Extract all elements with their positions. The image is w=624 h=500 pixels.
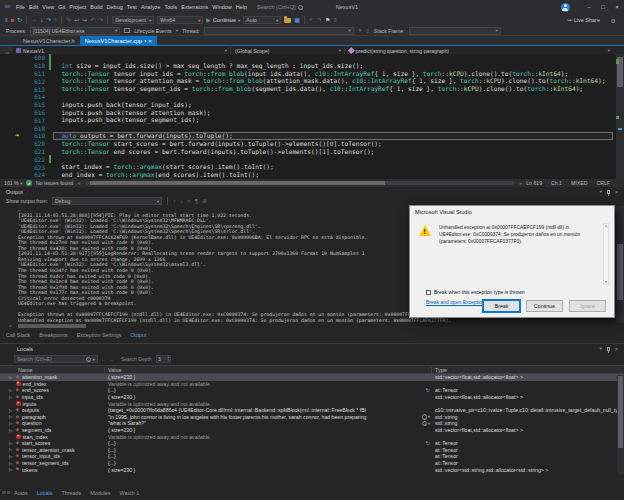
breakpoint-margin[interactable] <box>15 62 23 70</box>
output-title-bar[interactable]: Output ▾ × <box>0 187 624 196</box>
window-layout-icon[interactable]: ▦ <box>294 15 300 25</box>
column-header-type[interactable]: Type <box>432 367 624 373</box>
expand-icon[interactable]: ▷ <box>9 441 14 446</box>
breakpoint-margin[interactable] <box>15 54 23 62</box>
navigate-forward-icon[interactable]: ↪ <box>82 15 87 25</box>
expand-icon[interactable]: ▷ <box>9 447 14 452</box>
table-row[interactable]: ×inputsVariable is optimized away and no… <box>0 400 624 407</box>
expand-icon[interactable]: ▷ <box>9 395 14 400</box>
tab-watch-1[interactable]: Watch 1 <box>120 490 140 496</box>
thread-dropdown[interactable]: ▾ <box>204 27 354 35</box>
menu-test[interactable]: Test <box>125 4 139 10</box>
code-line[interactable]: 623start_index = torch::argmax(start_sco… <box>15 163 616 171</box>
tab-nexusv1character.h[interactable]: NexusV1Character.h <box>18 36 80 45</box>
output-vertical-scrollbar[interactable] <box>616 206 624 323</box>
scroll-right-icon[interactable]: ▸ <box>520 180 523 186</box>
table-row[interactable]: ▷◆segment_ids{ size=230 }std::vector<flo… <box>0 427 624 434</box>
expand-icon[interactable]: ▷ <box>9 414 14 419</box>
table-row[interactable]: ▷◆tokens{ size=230 }std::vector<std::str… <box>0 466 624 473</box>
expand-icon[interactable]: ▷ <box>9 388 14 393</box>
tab-breakpoints[interactable]: Breakpoints <box>39 332 67 338</box>
break-all-icon[interactable]: ‖ <box>5 15 7 25</box>
zoom-level-dropdown[interactable]: 101 % ▾ <box>4 180 22 186</box>
close-tab-icon[interactable]: × <box>149 38 152 44</box>
visualizer-button[interactable]: ▾ <box>422 421 432 426</box>
quick-search[interactable]: Search (Ctrl+Q) <box>257 4 303 10</box>
table-row[interactable]: ▷◆attention_mask{ size=230 }std::vector<… <box>0 374 624 381</box>
solution-config-dropdown[interactable]: Development▾ <box>112 16 154 24</box>
menu-project[interactable]: Project <box>67 4 88 10</box>
live-share-button[interactable]: ↪ Live Share <box>567 14 600 26</box>
column-header-name[interactable]: Name <box>0 367 105 373</box>
filter-threads-icon[interactable]: ▼ <box>358 26 362 36</box>
tab-threads[interactable]: Threads <box>61 490 81 496</box>
search-back-icon[interactable]: ← <box>101 356 106 362</box>
close-icon[interactable]: × <box>615 346 618 352</box>
close-button[interactable]: × <box>610 0 624 14</box>
restart-icon[interactable]: ↻ <box>17 15 22 25</box>
breakpoint-margin[interactable] <box>15 85 23 93</box>
clear-all-icon[interactable]: × <box>187 196 191 206</box>
step-into-icon[interactable]: ↓ <box>40 15 43 25</box>
editor-vertical-scrollbar[interactable] <box>616 54 624 179</box>
undo-icon[interactable]: ↶ <box>90 15 95 25</box>
table-row[interactable]: ▷◆question"what is Sarah?"▾std::string <box>0 420 624 427</box>
breakpoint-margin[interactable] <box>15 171 23 179</box>
breakpoint-margin[interactable] <box>15 77 23 85</box>
breakpoint-margin[interactable]: → <box>15 132 23 140</box>
table-row[interactable]: ▷◆start_scores{...}↻at::Tensor <box>0 440 624 447</box>
redo-icon[interactable]: ↷ <box>98 15 103 25</box>
show-next-statement-icon[interactable]: → <box>31 15 37 25</box>
pin-icon[interactable] <box>607 347 610 351</box>
word-wrap-icon[interactable]: ¶ <box>195 196 198 206</box>
code-line[interactable]: 614 <box>15 93 616 101</box>
lifecycle-events-button[interactable]: Lifecycle Events <box>134 28 171 34</box>
output-horizontal-scrollbar[interactable]: ◂ <box>14 323 608 328</box>
continue-button[interactable]: ▶ Continue ▾ <box>206 17 240 23</box>
breakpoint-margin[interactable] <box>15 148 23 156</box>
locals-search-input[interactable]: Search (Ctrl+E) ▾ <box>14 355 98 363</box>
minimize-button[interactable]: – <box>582 0 596 14</box>
code-line[interactable]: 609 <box>15 54 616 62</box>
table-row[interactable]: ▷◆input_ids{ size=230 }std::vector<float… <box>0 394 624 401</box>
close-icon[interactable]: × <box>615 189 618 195</box>
open-folder-icon[interactable] <box>284 18 291 23</box>
menu-edit[interactable]: Edit <box>27 4 40 10</box>
breakpoint-margin[interactable] <box>15 163 23 171</box>
menu-analyze[interactable]: Analyze <box>139 4 163 10</box>
search-forward-icon[interactable]: → <box>109 356 114 362</box>
tab-locals[interactable]: Locals <box>37 490 53 496</box>
tab-output[interactable]: Output <box>130 332 146 338</box>
expand-icon[interactable]: ▷ <box>9 467 14 472</box>
table-row[interactable]: ▷◆end_scores{...}↻at::Tensor <box>0 387 624 394</box>
code-line[interactable]: 613torch::Tensor tensor_segment_ids = to… <box>15 85 616 93</box>
flag-threads-icon[interactable]: ≡ <box>366 26 370 36</box>
table-row[interactable]: ×start_indexVariable is optimized away a… <box>0 433 624 440</box>
table-row[interactable]: ×end_indexVariable is optimized away and… <box>0 381 624 388</box>
code-line[interactable]: 611torch::Tensor tensor_input_ids = torc… <box>15 70 616 78</box>
stop-debugging-icon[interactable]: ■ <box>10 15 14 25</box>
dialog-scrollbar[interactable]: ▴▾ <box>603 223 609 285</box>
menu-debug[interactable]: Debug <box>105 4 125 10</box>
breakpoint-margin[interactable] <box>15 116 23 124</box>
code-line[interactable]: 618 <box>15 124 616 132</box>
dialog-title[interactable]: Microsoft Visual Studio <box>410 206 614 218</box>
account-avatar[interactable] <box>561 3 570 12</box>
undo-group-icon[interactable]: ↶ <box>309 15 314 25</box>
menu-extensions[interactable]: Extensions <box>179 4 210 10</box>
visualizer-button[interactable]: ▾ <box>422 414 432 419</box>
code-editor[interactable]: 609610int size = input_ids.size() > max_… <box>0 54 616 179</box>
code-line[interactable]: 621torch::Tensor end_scores = bert.forwa… <box>15 148 616 156</box>
search-depth-stepper[interactable]: 3 ▴▾ <box>156 355 171 363</box>
window-position-icon[interactable]: ▾ <box>599 346 601 351</box>
menu-view[interactable]: View <box>40 4 56 10</box>
next-message-icon[interactable]: ↓ <box>180 196 183 206</box>
breakpoint-margin[interactable] <box>15 101 23 109</box>
tab-exception-settings[interactable]: Exception Settings <box>77 332 122 338</box>
previous-message-icon[interactable]: ↑ <box>173 196 176 206</box>
expand-icon[interactable]: ▷ <box>9 428 14 433</box>
code-line[interactable]: 617inputs.push_back(tensor_segment_ids); <box>15 116 616 124</box>
menu-file[interactable]: File <box>14 4 27 10</box>
breakpoint-margin[interactable] <box>15 140 23 148</box>
feedback-icon[interactable]: ⚙ <box>611 14 616 26</box>
